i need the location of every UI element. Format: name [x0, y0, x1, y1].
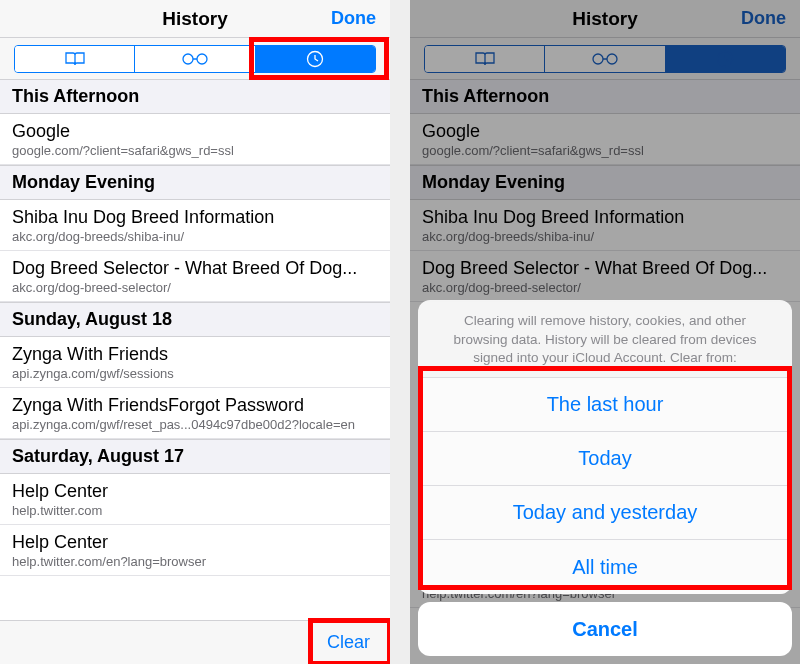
history-row[interactable]: Zynga With FriendsForgot Password api.zy…: [0, 388, 390, 439]
segmented-control: [14, 45, 376, 73]
tab-bookmarks[interactable]: [15, 46, 135, 72]
nav-title: History: [162, 8, 227, 30]
row-url: help.twitter.com: [12, 503, 378, 518]
book-icon: [64, 51, 86, 67]
row-title: Dog Breed Selector - What Breed Of Dog..…: [12, 258, 378, 279]
done-button[interactable]: Done: [331, 8, 376, 29]
section-header: This Afternoon: [0, 80, 390, 114]
svg-point-1: [197, 54, 207, 64]
tab-history[interactable]: [256, 46, 375, 72]
row-url: api.zynga.com/gwf/sessions: [12, 366, 378, 381]
row-url: help.twitter.com/en?lang=browser: [12, 554, 378, 569]
section-header: Monday Evening: [0, 165, 390, 200]
clear-last-hour-button[interactable]: The last hour: [418, 378, 792, 432]
clear-all-time-button[interactable]: All time: [418, 540, 792, 594]
clear-today-yesterday-button[interactable]: Today and yesterday: [418, 486, 792, 540]
row-url: akc.org/dog-breeds/shiba-inu/: [12, 229, 378, 244]
history-row[interactable]: Zynga With Friends api.zynga.com/gwf/ses…: [0, 337, 390, 388]
clear-button[interactable]: Clear: [327, 632, 370, 653]
history-row[interactable]: Help Center help.twitter.com: [0, 474, 390, 525]
history-list[interactable]: This Afternoon Google google.com/?client…: [0, 80, 390, 620]
action-sheet-message: Clearing will remove history, cookies, a…: [418, 300, 792, 378]
history-row[interactable]: Google google.com/?client=safari&gws_rd=…: [0, 114, 390, 165]
clock-icon: [306, 50, 324, 68]
row-url: akc.org/dog-breed-selector/: [12, 280, 378, 295]
row-title: Google: [12, 121, 378, 142]
action-sheet-main: Clearing will remove history, cookies, a…: [418, 300, 792, 594]
row-title: Zynga With Friends: [12, 344, 378, 365]
row-title: Help Center: [12, 532, 378, 553]
row-url: api.zynga.com/gwf/reset_pas...0494c97dbe…: [12, 417, 378, 432]
segmented-control-bar: [0, 38, 390, 80]
tab-reading-list[interactable]: [135, 46, 255, 72]
row-title: Help Center: [12, 481, 378, 502]
section-header: Sunday, August 18: [0, 302, 390, 337]
glasses-icon: [181, 52, 209, 66]
row-title: Shiba Inu Dog Breed Information: [12, 207, 378, 228]
navbar: History Done: [0, 0, 390, 38]
row-url: google.com/?client=safari&gws_rd=ssl: [12, 143, 378, 158]
section-header: Saturday, August 17: [0, 439, 390, 474]
history-screen-right: History Done: [410, 0, 800, 664]
history-row[interactable]: Help Center help.twitter.com/en?lang=bro…: [0, 525, 390, 576]
svg-point-0: [183, 54, 193, 64]
bottom-toolbar: Clear: [0, 620, 390, 664]
history-screen-left: History Done: [0, 0, 390, 664]
action-sheet: Clearing will remove history, cookies, a…: [418, 300, 792, 656]
cancel-button[interactable]: Cancel: [418, 602, 792, 656]
row-title: Zynga With FriendsForgot Password: [12, 395, 378, 416]
clear-today-button[interactable]: Today: [418, 432, 792, 486]
history-row[interactable]: Dog Breed Selector - What Breed Of Dog..…: [0, 251, 390, 302]
history-row[interactable]: Shiba Inu Dog Breed Information akc.org/…: [0, 200, 390, 251]
